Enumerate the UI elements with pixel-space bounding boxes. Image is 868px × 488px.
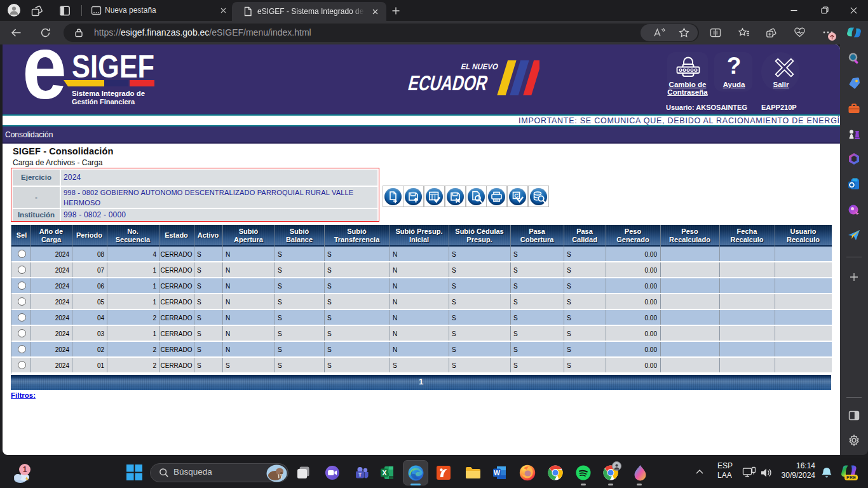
svg-text:Sistema Integrado de: Sistema Integrado de — [72, 90, 145, 97]
svg-text:X: X — [382, 469, 386, 477]
svg-text:1: 1 — [23, 465, 27, 474]
svg-text:ECUADOR: ECUADOR — [406, 71, 491, 94]
svg-text:SIGEF: SIGEF — [72, 50, 154, 85]
svg-text:C: C — [514, 193, 519, 199]
svg-text:Gestión Financiera: Gestión Financiera — [72, 98, 135, 105]
svg-text:EL NUEVO: EL NUEVO — [460, 62, 499, 71]
svg-text:W: W — [494, 469, 500, 477]
svg-text:e: e — [22, 50, 67, 109]
svg-text:T: T — [358, 471, 362, 478]
